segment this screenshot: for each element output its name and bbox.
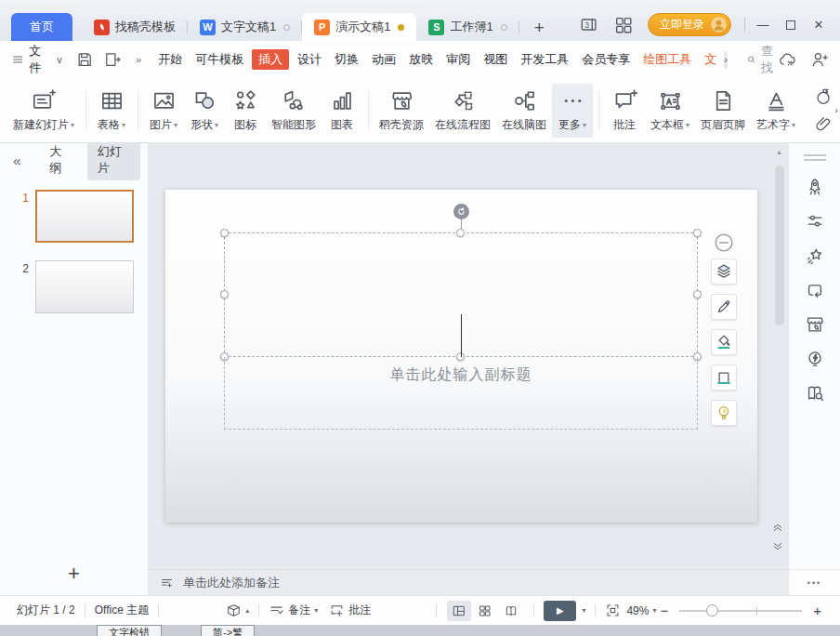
export-button[interactable]	[103, 50, 122, 69]
menu-item[interactable]: 审阅	[440, 49, 477, 70]
zoom-percent[interactable]: 49%	[626, 604, 649, 617]
close-button[interactable]: ✕	[805, 14, 833, 36]
slideshow-play-button[interactable]: ▶	[544, 601, 576, 621]
new-tab-button[interactable]: +	[534, 19, 545, 36]
ribbon-button[interactable]: 在线脑图	[496, 84, 552, 138]
tab-close-icon[interactable]	[283, 24, 290, 31]
theme-name[interactable]: Office 主题	[95, 603, 149, 618]
window-mode-icon[interactable]: 3	[580, 15, 600, 35]
ribbon-button[interactable]: 批注	[604, 84, 645, 138]
login-button[interactable]: 立即登录	[648, 13, 731, 36]
sidebar-drag-handle-icon[interactable]	[804, 154, 826, 161]
normal-view-button[interactable]	[447, 601, 471, 621]
vertical-scrollbar[interactable]: ▲	[774, 147, 785, 565]
flash-bulb-button[interactable]	[804, 348, 826, 370]
ribbon-button[interactable]: 图片▾	[143, 84, 184, 138]
zoom-caret-icon[interactable]: ▾	[652, 606, 656, 615]
quickbar-more-button[interactable]: »	[136, 54, 141, 65]
previous-slide-button[interactable]	[771, 521, 784, 534]
scrollbar-thumb[interactable]	[775, 166, 784, 325]
comment-button[interactable]: 批注	[329, 603, 371, 618]
ribbon-button[interactable]: 稻壳资源	[374, 84, 429, 138]
idea-bulb-button[interactable]	[711, 400, 737, 426]
ribbon-button[interactable]: 图表	[322, 84, 362, 138]
menu-item[interactable]: 放映	[402, 49, 440, 70]
add-slide-button[interactable]: +	[0, 552, 148, 595]
ribbon-button[interactable]: 智能图形	[266, 84, 322, 138]
notes-toggle-button[interactable]: 备注 ▾	[269, 603, 318, 618]
rotate-handle[interactable]	[453, 204, 469, 219]
menu-overflow-button[interactable]: ›	[724, 51, 728, 69]
menu-item[interactable]: 文	[698, 49, 723, 70]
document-tab[interactable]: W文字文稿1	[188, 13, 302, 41]
scroll-up-icon[interactable]: ▲	[776, 149, 782, 155]
document-tab[interactable]: 找稿壳模板	[82, 13, 188, 41]
slide-thumbnail[interactable]	[35, 190, 134, 243]
search-box[interactable]: 查找	[746, 43, 778, 76]
home-tab[interactable]: 首页	[11, 13, 72, 41]
capture-icon[interactable]	[814, 87, 833, 107]
menu-item[interactable]: 插入	[252, 49, 289, 70]
ribbon-button[interactable]: 在线流程图	[429, 84, 496, 138]
zoom-out-button[interactable]: −	[660, 603, 668, 618]
menu-item[interactable]: 可牛模板	[189, 49, 250, 70]
menu-item[interactable]: 设计	[291, 49, 328, 70]
resize-handle[interactable]	[693, 229, 702, 237]
loop-arrow-button[interactable]	[804, 279, 826, 301]
minimize-button[interactable]: —	[749, 14, 777, 36]
cloud-sync-icon[interactable]	[778, 50, 796, 69]
resize-handle[interactable]	[220, 290, 229, 298]
zoom-slider-knob[interactable]	[706, 604, 718, 616]
reading-view-button[interactable]	[499, 601, 523, 621]
resize-handle[interactable]	[220, 229, 229, 237]
title-placeholder-selection[interactable]	[224, 232, 698, 357]
menu-item[interactable]: 切换	[328, 49, 365, 70]
magic-star-button[interactable]	[804, 245, 826, 267]
slide-editing-area[interactable]: 单击此处输入副标题	[165, 190, 757, 523]
ribbon-button[interactable]: 图标	[225, 84, 266, 138]
ribbon-button[interactable]: 文本框▾	[645, 84, 695, 138]
tab-close-icon[interactable]	[501, 24, 507, 31]
document-tab[interactable]: S工作簿1	[416, 13, 518, 41]
next-slide-button[interactable]	[771, 540, 784, 553]
maximize-button[interactable]	[777, 14, 805, 36]
attachment-icon[interactable]	[814, 113, 833, 133]
notes-bar[interactable]: 单击此处添加备注	[149, 569, 788, 595]
proofing-tool-button[interactable]: 简->繁	[201, 625, 255, 636]
menu-item[interactable]: 会员专享	[575, 49, 637, 70]
tab-slides[interactable]: 幻灯片	[87, 139, 140, 180]
ribbon-button[interactable]: 形状▾	[184, 84, 225, 138]
format-brush-button[interactable]	[711, 294, 737, 320]
ribbon-button[interactable]: 表格▾	[91, 84, 132, 138]
collapse-tools-button[interactable]	[713, 232, 735, 254]
slide-canvas[interactable]: 单击此处输入副标题 ▲	[149, 143, 788, 569]
menu-item[interactable]: 动画	[365, 49, 402, 70]
tab-outline[interactable]: 大纲	[39, 139, 81, 180]
slide-thumbnail[interactable]	[35, 260, 134, 313]
frame-button[interactable]	[711, 364, 737, 391]
ribbon-button[interactable]: 更多▾	[552, 84, 593, 138]
rocket-button[interactable]	[804, 176, 826, 198]
slide-sorter-view-button[interactable]	[473, 601, 497, 621]
invite-collaborator-icon[interactable]	[810, 50, 829, 69]
subtitle-placeholder[interactable]: 单击此处输入副标题	[224, 357, 698, 430]
resize-handle[interactable]	[693, 290, 702, 298]
ribbon-button[interactable]: 页眉页脚	[695, 84, 751, 138]
fill-shape-button[interactable]	[711, 329, 737, 355]
play-options-caret-icon[interactable]: ▾	[582, 606, 585, 615]
ribbon-button[interactable]: 新建幻灯片▾	[7, 84, 80, 138]
document-tab[interactable]: P演示文稿1	[302, 13, 416, 41]
fit-slide-icon[interactable]	[605, 603, 621, 618]
docer-store-button[interactable]	[804, 313, 826, 336]
apps-grid-icon[interactable]	[613, 15, 634, 35]
ribbon-button[interactable]: 艺术字▾	[751, 84, 801, 138]
menu-item[interactable]: 开发工具	[514, 49, 575, 70]
sidebar-more-button[interactable]: •••	[789, 569, 840, 595]
ribbon-expand-icon[interactable]: ›	[834, 104, 838, 115]
book-search-button[interactable]	[804, 382, 826, 404]
collapse-panel-button[interactable]: «	[13, 152, 20, 168]
menu-item[interactable]: 视图	[477, 49, 514, 70]
theme-box-button[interactable]: ▴	[226, 603, 249, 618]
zoom-in-button[interactable]: +	[813, 603, 821, 618]
proofing-tool-button[interactable]: 文字检错	[97, 625, 162, 636]
